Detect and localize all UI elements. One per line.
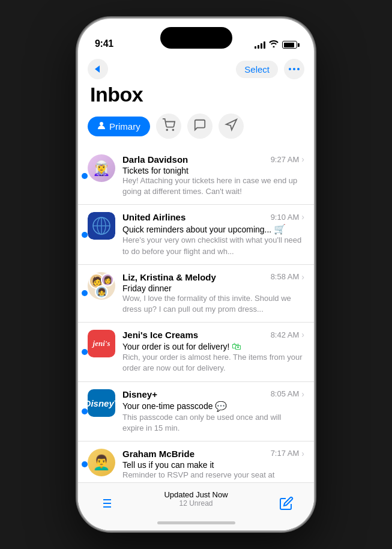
nav-actions: Select bbox=[236, 59, 304, 79]
tab-shopping[interactable] bbox=[156, 114, 181, 139]
filter-tabs: Primary bbox=[78, 114, 314, 147]
avatar: 🧝‍♀️ bbox=[88, 154, 115, 182]
updated-label: Updated Just Now bbox=[164, 490, 228, 499]
back-chevron-icon bbox=[95, 65, 100, 73]
select-button[interactable]: Select bbox=[236, 61, 278, 78]
shopping-cart-badge-icon: 🛒 bbox=[274, 223, 286, 235]
avatar bbox=[88, 212, 115, 240]
email-header: United Airlines 9:10 AM › bbox=[122, 212, 304, 222]
email-header: Disney+ 8:05 AM › bbox=[122, 389, 304, 399]
email-subject: Tell us if you can make it bbox=[122, 460, 304, 470]
email-preview: Rich, your order is almost here. The ite… bbox=[122, 352, 304, 374]
email-time: 9:27 AM bbox=[271, 155, 300, 164]
unread-indicator bbox=[82, 173, 88, 179]
shopping-cart-icon bbox=[162, 118, 175, 135]
email-body: United Airlines 9:10 AM › Quick reminder… bbox=[122, 212, 304, 256]
email-body: Liz, Kristina & Melody 8:58 AM › Friday … bbox=[122, 272, 304, 315]
email-body: Disney+ 8:05 AM › Your one-time passcode… bbox=[122, 389, 304, 434]
email-preview: Reminder to RSVP and reserve your seat a… bbox=[122, 470, 304, 481]
email-item[interactable]: 👨‍🦱 Graham McBride 7:17 AM › Tell us if … bbox=[78, 441, 314, 482]
email-header: Darla Davidson 9:27 AM › bbox=[122, 154, 304, 165]
unread-indicator bbox=[82, 232, 88, 238]
dynamic-island bbox=[160, 27, 232, 49]
battery-icon bbox=[282, 41, 297, 49]
email-subject: Your one-time passcode 💬 bbox=[122, 401, 304, 412]
chat-icon bbox=[193, 118, 207, 135]
email-time-row: 8:58 AM › bbox=[271, 272, 304, 282]
email-list: 🧝‍♀️ Darla Davidson 9:27 AM › Tickets fo… bbox=[78, 147, 314, 482]
toolbar-center: Updated Just Now 12 Unread bbox=[164, 490, 228, 508]
email-time: 9:10 AM bbox=[271, 213, 300, 222]
email-body: Jeni's Ice Creams 8:42 AM › Your order i… bbox=[122, 330, 304, 374]
nav-bar: Select bbox=[78, 54, 314, 82]
tab-chat[interactable] bbox=[187, 114, 213, 139]
more-button[interactable] bbox=[284, 59, 304, 79]
sender-name: Jeni's Ice Creams bbox=[122, 330, 198, 340]
email-item[interactable]: 🧝‍♀️ Darla Davidson 9:27 AM › Tickets fo… bbox=[78, 147, 314, 205]
megaphone-icon bbox=[225, 118, 238, 135]
email-subject: Quick reminders about your upcoming... 🛒 bbox=[122, 223, 304, 235]
sender-name: Liz, Kristina & Melody bbox=[122, 272, 216, 282]
email-body: Darla Davidson 9:27 AM › Tickets for ton… bbox=[122, 154, 304, 197]
sender-name: Graham McBride bbox=[122, 449, 194, 459]
email-preview: This passcode can only be used once and … bbox=[122, 412, 304, 434]
avatar: 👨‍🦱 bbox=[88, 449, 115, 476]
chevron-right-icon: › bbox=[301, 389, 304, 399]
status-icons bbox=[255, 40, 297, 49]
message-badge-icon: 💬 bbox=[215, 401, 227, 412]
email-time-row: 7:17 AM › bbox=[271, 449, 304, 458]
chevron-right-icon: › bbox=[301, 330, 304, 339]
unread-indicator bbox=[82, 290, 88, 296]
signal-icon bbox=[255, 41, 265, 49]
email-item[interactable]: 🧑 👩 👧 Liz, Kristina & Melody 8:58 AM › F… bbox=[78, 265, 314, 323]
svg-point-1 bbox=[166, 129, 167, 130]
tab-primary[interactable]: Primary bbox=[88, 117, 150, 136]
email-header: Liz, Kristina & Melody 8:58 AM › bbox=[122, 272, 304, 282]
ellipsis-icon bbox=[289, 68, 300, 70]
home-indicator bbox=[157, 521, 235, 524]
wifi-icon bbox=[269, 40, 279, 49]
sender-name: United Airlines bbox=[122, 212, 185, 222]
sender-name: Darla Davidson bbox=[122, 154, 188, 165]
unread-label: 12 Unread bbox=[164, 499, 228, 508]
unread-indicator bbox=[82, 461, 88, 467]
email-preview: Here's your very own checklist with what… bbox=[122, 235, 304, 256]
email-preview: Wow, I love the formality of this invite… bbox=[122, 293, 304, 315]
avatar: Disney+ bbox=[88, 389, 115, 417]
email-header: Graham McBride 7:17 AM › bbox=[122, 449, 304, 459]
unread-indicator bbox=[82, 349, 88, 355]
phone-frame: 9:41 Select bbox=[78, 19, 314, 530]
chevron-right-icon: › bbox=[301, 272, 304, 282]
back-button[interactable] bbox=[88, 59, 108, 79]
email-item[interactable]: jeni's Jeni's Ice Creams 8:42 AM › Your … bbox=[78, 323, 314, 381]
app-content: Select Inbox Primary bbox=[78, 54, 314, 530]
shopping-bag-badge-icon: 🛍 bbox=[232, 341, 241, 352]
svg-point-2 bbox=[172, 129, 173, 130]
chevron-right-icon: › bbox=[301, 154, 304, 164]
email-preview: Hey! Attaching your tickets here in case… bbox=[122, 175, 304, 197]
filter-icon-button[interactable] bbox=[92, 490, 119, 517]
email-subject: Tickets for tonight bbox=[122, 166, 304, 175]
sender-name: Disney+ bbox=[122, 389, 157, 399]
email-time: 8:42 AM bbox=[271, 330, 300, 339]
email-subject: Your order is out for delivery! 🛍 bbox=[122, 341, 304, 352]
tab-promotions[interactable] bbox=[219, 114, 244, 139]
status-time: 9:41 bbox=[95, 38, 113, 49]
email-time: 7:17 AM bbox=[271, 449, 300, 458]
chevron-right-icon: › bbox=[301, 449, 304, 458]
chevron-right-icon: › bbox=[301, 212, 304, 222]
email-subject: Friday dinner bbox=[122, 284, 304, 293]
tab-primary-label: Primary bbox=[109, 121, 140, 132]
unread-indicator bbox=[82, 408, 88, 414]
email-item[interactable]: Disney+ Disney+ 8:05 AM › Your one-time … bbox=[78, 382, 314, 441]
avatar: 🧑 👩 👧 bbox=[88, 272, 115, 300]
compose-button[interactable] bbox=[273, 490, 300, 517]
email-time: 8:58 AM bbox=[271, 272, 300, 281]
email-time-row: 8:42 AM › bbox=[271, 330, 304, 339]
avatar: jeni's bbox=[88, 330, 115, 357]
email-header: Jeni's Ice Creams 8:42 AM › bbox=[122, 330, 304, 340]
email-item[interactable]: United Airlines 9:10 AM › Quick reminder… bbox=[78, 205, 314, 264]
inbox-title: Inbox bbox=[78, 82, 314, 114]
email-time-row: 9:27 AM › bbox=[271, 154, 304, 164]
email-time: 8:05 AM bbox=[271, 389, 300, 398]
